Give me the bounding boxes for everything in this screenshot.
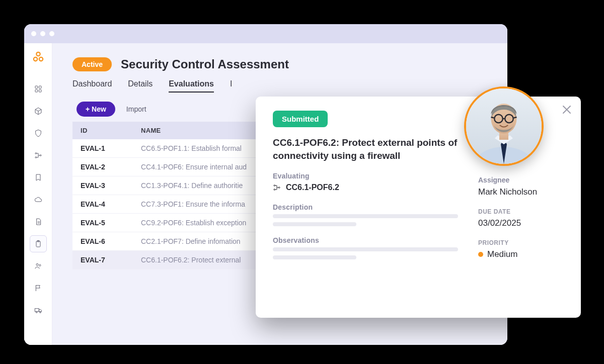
svg-point-7: [35, 153, 37, 154]
svg-rect-14: [35, 309, 39, 312]
sidebar-item-flag[interactable]: [30, 280, 47, 297]
window-dot: [31, 31, 36, 36]
cell-id: EVAL-4: [72, 195, 133, 213]
avatar-image: [466, 88, 542, 164]
text-placeholder: [273, 247, 458, 251]
tab-details[interactable]: Details: [128, 79, 153, 93]
svg-point-19: [278, 187, 280, 189]
svg-point-16: [39, 312, 41, 313]
sidebar-item-shield[interactable]: [30, 125, 47, 142]
svg-point-0: [36, 52, 40, 56]
priority-dot-icon: [478, 252, 483, 257]
sidebar-item-document[interactable]: [30, 213, 47, 230]
tab-dashboard[interactable]: Dashboard: [72, 79, 112, 93]
cell-id: EVAL-3: [72, 176, 133, 195]
cell-id: EVAL-2: [72, 158, 133, 176]
import-button[interactable]: Import: [126, 105, 146, 113]
sidebar-item-cube[interactable]: [30, 103, 47, 120]
svg-point-13: [39, 264, 40, 266]
svg-point-15: [36, 312, 37, 313]
text-placeholder: [273, 255, 356, 259]
sidebar-item-dashboard[interactable]: [30, 80, 47, 98]
status-badge: Active: [72, 57, 112, 71]
dashboard-icon: [34, 85, 42, 93]
sidebar: [24, 43, 52, 345]
avatar: [464, 86, 544, 166]
observations-label: Observations: [273, 236, 458, 244]
sitemap-icon: [34, 151, 42, 159]
app-logo-icon: [33, 51, 44, 62]
text-placeholder: [273, 214, 458, 218]
priority-value: Medium: [478, 249, 564, 259]
tab-evaluations[interactable]: Evaluations: [169, 79, 214, 93]
close-button[interactable]: [561, 104, 573, 116]
svg-point-9: [40, 155, 41, 156]
sidebar-item-cloud[interactable]: [30, 191, 47, 208]
item-title: CC6.1-POF6.2: Protect external points of…: [273, 136, 458, 162]
cell-id: EVAL-7: [72, 251, 133, 269]
window-dot: [49, 31, 54, 36]
sidebar-item-bookmark[interactable]: [30, 169, 47, 186]
clipboard-icon: [34, 240, 42, 248]
cell-id: EVAL-5: [72, 214, 133, 232]
flag-icon: [34, 284, 42, 292]
evaluating-label: Evaluating: [273, 172, 458, 180]
status-pill: Submitted: [273, 111, 328, 127]
shield-icon: [34, 129, 42, 137]
close-icon: [561, 104, 573, 116]
description-label: Description: [273, 203, 458, 211]
cloud-icon: [34, 196, 42, 204]
svg-rect-4: [39, 86, 41, 88]
evaluating-value: CC6.1-POF6.2: [286, 183, 339, 192]
svg-point-12: [36, 263, 38, 265]
new-button[interactable]: + New: [77, 102, 115, 117]
svg-point-1: [33, 57, 37, 61]
assignee-value: Mark Nicholson: [478, 187, 564, 197]
cell-id: EVAL-1: [72, 139, 133, 157]
sidebar-item-users[interactable]: [30, 257, 47, 275]
window-titlebar: [24, 24, 507, 43]
priority-label: PRIORITY: [478, 239, 564, 246]
truck-icon: [34, 306, 42, 314]
svg-rect-3: [35, 86, 38, 88]
assignee-label: Assignee: [478, 176, 564, 184]
priority-text: Medium: [487, 249, 517, 259]
window-dot: [40, 31, 45, 36]
document-icon: [34, 218, 42, 226]
due-date-label: DUE DATE: [478, 208, 564, 215]
svg-point-8: [35, 157, 37, 158]
svg-point-18: [274, 189, 275, 191]
sidebar-item-sitemap[interactable]: [30, 147, 47, 164]
sitemap-icon: [273, 184, 281, 192]
svg-rect-6: [39, 89, 41, 92]
users-icon: [34, 262, 42, 270]
bookmark-icon: [34, 173, 42, 181]
tabs: Dashboard Details Evaluations I: [72, 79, 487, 93]
due-date-value: 03/02/2025: [478, 218, 564, 228]
svg-rect-5: [35, 89, 38, 92]
svg-point-2: [39, 57, 42, 61]
svg-point-17: [274, 185, 275, 187]
text-placeholder: [273, 222, 356, 226]
page-title: Security Control Assessment: [121, 57, 289, 71]
column-id: ID: [72, 122, 133, 139]
sidebar-item-truck[interactable]: [30, 302, 47, 319]
cell-id: EVAL-6: [72, 232, 133, 250]
tab-extra[interactable]: I: [230, 79, 232, 93]
cube-icon: [34, 107, 42, 115]
sidebar-item-clipboard[interactable]: [30, 235, 47, 252]
